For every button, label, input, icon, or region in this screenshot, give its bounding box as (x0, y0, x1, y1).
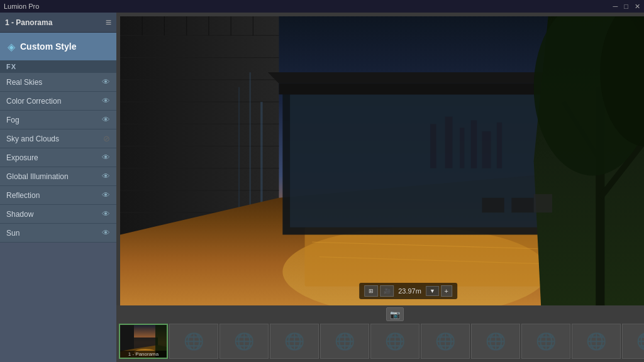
thumbnail-4[interactable]: 🌐 (320, 324, 369, 359)
svg-rect-34 (445, 117, 453, 168)
app-title: Lumion Pro (4, 3, 39, 10)
visibility-icon-shadow[interactable]: 👁 (102, 209, 110, 219)
svg-rect-26 (305, 228, 571, 287)
close-btn[interactable]: ✕ (635, 3, 640, 11)
thumb-label-0: 1 - Panorama (120, 351, 167, 358)
camera-mode-btn[interactable]: 🎥 (380, 285, 394, 297)
viewport-scene (120, 16, 644, 305)
visibility-icon-sun[interactable]: 👁 (102, 228, 110, 238)
thumbnail-7[interactable]: 🌐 (471, 324, 520, 359)
chevron-down-icon: ▼ (430, 288, 435, 294)
main-layout: 1 - Panorama ≡ ◈ Custom Style FX Real Sk… (0, 13, 644, 362)
viewport-container: ▶ ⊞ 🎥 23.97m ▼ + (120, 16, 644, 305)
fx-item-exposure[interactable]: Exposure 👁 (0, 148, 116, 167)
custom-style-section[interactable]: ◈ Custom Style (0, 33, 116, 60)
fx-item-sun[interactable]: Sun 👁 (0, 224, 116, 243)
visibility-icon-reflection[interactable]: 👁 (102, 190, 110, 200)
fx-items-list: Real Skies 👁 Color Correction 👁 Fog 👁 Sk… (0, 73, 116, 243)
bottom-section: 📷 (116, 305, 644, 362)
fx-item-shadow[interactable]: Shadow 👁 (0, 205, 116, 224)
globe-icon-2: 🌐 (234, 332, 254, 351)
scene-icon-btn[interactable]: ⊞ (364, 285, 378, 297)
panel-title: 1 - Panorama (5, 18, 52, 27)
left-panel: 1 - Panorama ≡ ◈ Custom Style FX Real Sk… (0, 13, 116, 362)
thumbnails-area: 📷 (116, 305, 644, 362)
visibility-icon-exposure[interactable]: 👁 (102, 153, 110, 162)
svg-rect-38 (497, 123, 502, 168)
custom-style-label: Custom Style (20, 41, 76, 52)
svg-rect-37 (482, 131, 491, 168)
center-right: ▶ ⊞ 🎥 23.97m ▼ + 📷 (116, 13, 644, 362)
fx-item-color-correction[interactable]: Color Correction 👁 (0, 92, 116, 111)
visibility-icon-fog[interactable]: 👁 (102, 115, 110, 124)
fx-item-real-skies[interactable]: Real Skies 👁 (0, 73, 116, 92)
thumbnail-8[interactable]: 🌐 (521, 324, 570, 359)
visibility-icon-color-correction[interactable]: 👁 (102, 96, 110, 106)
globe-icon-4: 🌐 (335, 332, 355, 351)
visibility-icon-gi[interactable]: 👁 (102, 172, 110, 181)
titlebar: Lumion Pro ─ □ ✕ (0, 0, 644, 13)
fx-label: FX (0, 60, 116, 73)
thumbnail-3[interactable]: 🌐 (270, 324, 319, 359)
viewport-distance: 23.97m (396, 287, 424, 295)
thumbnail-5[interactable]: 🌐 (370, 324, 419, 359)
custom-style-icon: ◈ (8, 41, 15, 53)
thumbnail-1[interactable]: 🌐 (169, 324, 218, 359)
thumbnail-9[interactable]: 🌐 (572, 324, 621, 359)
add-camera-btn[interactable]: 📷 (386, 307, 404, 321)
fx-item-fog[interactable]: Fog 👁 (0, 111, 116, 129)
maximize-btn[interactable]: □ (624, 3, 628, 11)
svg-rect-35 (460, 128, 464, 168)
minimize-btn[interactable]: ─ (613, 3, 618, 11)
panel-header: 1 - Panorama ≡ (0, 13, 116, 33)
fx-item-reflection[interactable]: Reflection 👁 (0, 186, 116, 205)
thumbnail-6[interactable]: 🌐 (421, 324, 470, 359)
visibility-icon-real-skies[interactable]: 👁 (102, 77, 110, 87)
globe-icon-3: 🌐 (284, 332, 304, 351)
globe-icon-7: 🌐 (486, 332, 506, 351)
globe-icon-6: 🌐 (435, 332, 455, 351)
svg-rect-48 (511, 198, 533, 212)
svg-rect-49 (534, 194, 552, 212)
svg-rect-31 (279, 84, 567, 95)
panel-menu-icon[interactable]: ≡ (106, 17, 111, 28)
thumbnail-2[interactable]: 🌐 (219, 324, 269, 359)
fx-item-global-illumination[interactable]: Global Illumination 👁 (0, 167, 116, 186)
svg-marker-32 (268, 72, 578, 84)
globe-icon-9: 🌐 (586, 332, 606, 351)
thumbnail-0[interactable]: 1 - Panorama (119, 324, 168, 359)
distance-dropdown[interactable]: ▼ (426, 286, 439, 296)
globe-icon-8: 🌐 (536, 332, 556, 351)
svg-rect-47 (482, 198, 504, 212)
window-controls: ─ □ ✕ (613, 3, 640, 11)
viewport-toolbar: ⊞ 🎥 23.97m ▼ + (359, 283, 457, 299)
globe-icon-1: 🌐 (184, 332, 204, 351)
visibility-icon-sky[interactable]: ⊘ (103, 134, 110, 143)
globe-icon-5: 🌐 (385, 332, 405, 351)
svg-rect-36 (471, 120, 477, 168)
camera-icon-row: 📷 (116, 305, 644, 323)
thumbnails-row: 1 - Panorama 🌐 🌐 🌐 🌐 (116, 323, 644, 362)
svg-rect-33 (430, 124, 436, 168)
fx-item-sky-clouds[interactable]: Sky and Clouds ⊘ (0, 129, 116, 148)
zoom-plus-btn[interactable]: + (441, 285, 452, 297)
thumbnail-10[interactable]: 🌐 (622, 324, 644, 359)
globe-icon-10: 🌐 (636, 332, 644, 351)
